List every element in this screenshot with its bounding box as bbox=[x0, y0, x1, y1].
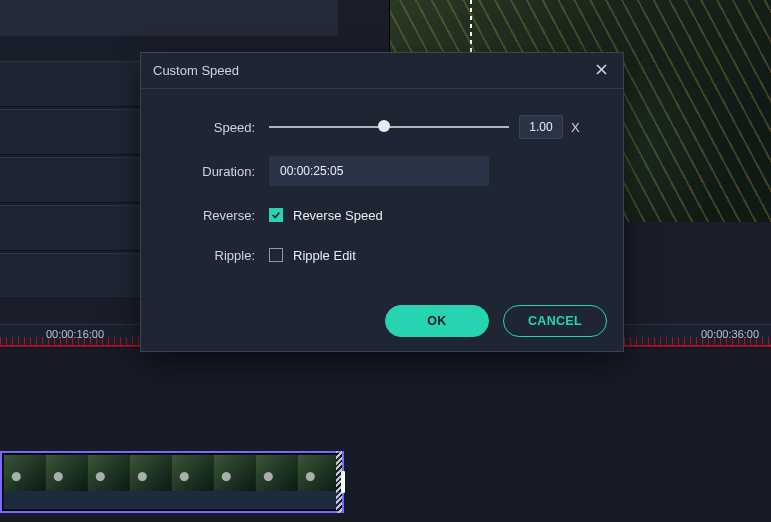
ripple-text: Ripple Edit bbox=[293, 248, 356, 263]
speed-label: Speed: bbox=[159, 120, 269, 135]
ripple-checkbox[interactable] bbox=[269, 248, 283, 262]
duration-label: Duration: bbox=[159, 164, 269, 179]
dialog-titlebar: Custom Speed bbox=[141, 53, 623, 89]
ok-button[interactable]: OK bbox=[385, 305, 489, 337]
speed-unit: X bbox=[571, 120, 580, 135]
dialog-title: Custom Speed bbox=[153, 63, 239, 78]
clip-trim-handle[interactable] bbox=[341, 471, 345, 493]
speed-slider-thumb[interactable] bbox=[378, 120, 390, 132]
reverse-label: Reverse: bbox=[159, 208, 269, 223]
cancel-button[interactable]: CANCEL bbox=[503, 305, 607, 337]
close-button[interactable] bbox=[591, 61, 611, 81]
ruler-time-label: 00:00:16:00 bbox=[46, 328, 104, 340]
duration-input[interactable]: 00:00:25:05 bbox=[269, 156, 489, 186]
custom-speed-dialog: Custom Speed Speed: X Duration: 00: bbox=[140, 52, 624, 352]
media-panel bbox=[0, 0, 338, 36]
timeline-clip[interactable] bbox=[0, 451, 344, 513]
speed-slider[interactable] bbox=[269, 118, 509, 136]
close-icon bbox=[596, 63, 607, 78]
check-icon bbox=[271, 210, 281, 220]
reverse-text: Reverse Speed bbox=[293, 208, 383, 223]
speed-value-input[interactable] bbox=[519, 115, 563, 139]
ruler-time-label: 00:00:36:00 bbox=[701, 328, 759, 340]
reverse-checkbox[interactable] bbox=[269, 208, 283, 222]
ripple-label: Ripple: bbox=[159, 248, 269, 263]
